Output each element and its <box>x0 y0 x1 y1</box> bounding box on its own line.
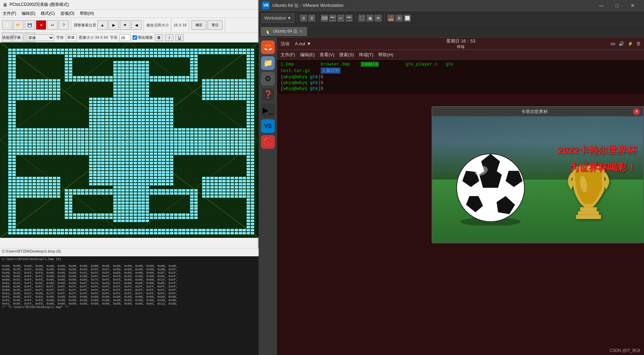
font-select-label: 请选择字体： <box>2 35 25 40</box>
menu-file[interactable]: 文件(F) <box>281 52 295 58</box>
font-select[interactable]: 宋体 <box>27 34 54 41</box>
menu-view[interactable]: 查看(V) <box>320 52 334 58</box>
revert-button[interactable]: ↩ <box>337 15 344 22</box>
pixel-canvas-area[interactable] <box>0 42 259 238</box>
file-list-line2: test.tar.gz 人脸识别 <box>281 68 641 74</box>
input-method-icon: cn <box>610 41 615 46</box>
prompt-line-3: [wbyq@wbyq gtk]$ <box>281 86 641 91</box>
app-title-label: 终端 <box>446 44 475 49</box>
vm-titlebar: VM Ubuntu 64 位 - VMware Workstation — □ … <box>259 0 644 11</box>
grid-size-label: 16 X 16 <box>174 23 187 27</box>
new-file-button[interactable]: 📄 <box>2 20 12 30</box>
pixel-left-button[interactable]: ◀ <box>131 20 141 30</box>
snapshot2-button[interactable]: 📸 <box>346 15 352 22</box>
minimize-button[interactable]: — <box>593 0 609 11</box>
activities-button[interactable]: 活动 <box>281 41 289 47</box>
ubuntu-tab-label: Ubuntu 64 位 <box>273 28 297 34</box>
pixel-adjust-section: 调整像素位置 ▲ ▶ ▼ ◀ <box>74 19 144 31</box>
char-height-label: 字高 <box>110 35 117 40</box>
menu-terminal[interactable]: 终端(T) <box>359 52 374 58</box>
lcd-title: PCtoLCD2002完美版-(图形模式) <box>10 2 69 8</box>
close-button[interactable]: ✕ <box>625 0 641 11</box>
vmware-logo: VM <box>262 2 270 9</box>
snapshot-button[interactable]: 📷 <box>329 15 336 22</box>
sidebar-icon-settings[interactable]: ⚙ <box>261 72 275 86</box>
display2-button[interactable]: ⬜ <box>404 15 411 22</box>
csdn-watermark: CSDN @IT_阿冰 <box>609 348 641 354</box>
worldcup-content: 2022卡特尔世界杯 为世界杯喝彩！ <box>432 117 643 243</box>
sidebar-icon-terminal[interactable]: ▶_ <box>261 103 275 117</box>
app-menu[interactable]: A.out ▼ <box>295 41 311 46</box>
menu-edit[interactable]: 编辑(E) <box>20 11 37 16</box>
menu-edit[interactable]: 编辑(E) <box>300 52 315 58</box>
menu-file[interactable]: 文件(F) <box>1 11 17 16</box>
app-menu-arrow: ▼ <box>307 41 311 46</box>
font-label: 字体 <box>56 35 64 40</box>
window-controls: — □ ✕ <box>593 0 641 11</box>
menu-help[interactable]: 帮助(H) <box>378 52 393 58</box>
reset-button[interactable]: 复位 <box>208 20 223 30</box>
pause2-button[interactable]: ⏸ <box>308 15 315 22</box>
worldcup-close-button[interactable]: ✕ <box>633 108 640 115</box>
unity-button[interactable]: ▣ <box>367 15 373 22</box>
terminal-output[interactable]: 1.bmp browser.bmp camera gtk_player.c gt… <box>277 60 644 94</box>
close-button[interactable]: ✕ <box>36 20 46 30</box>
save-file-button[interactable]: 💾 <box>25 20 35 30</box>
file-buttons: 📄 📂 💾 ✕ ↩ ? <box>2 19 71 31</box>
ubuntu-tab-close[interactable]: ✕ <box>299 29 302 34</box>
system-menu-icon[interactable]: ☰ <box>636 41 641 46</box>
view-button[interactable]: 👁 <box>375 15 382 22</box>
menu-options[interactable]: 选项(O) <box>59 11 76 16</box>
workstation-menu-button[interactable]: Workstation ▼ <box>261 13 294 23</box>
worldcup-popup-titlebar: 卡塔尔世界杯 ✕ <box>432 107 643 117</box>
dot-size-section: 修改点阵大小 <box>146 19 171 31</box>
sidebar-icon-vscode[interactable]: VS <box>261 119 275 133</box>
volume-icon[interactable]: 🔊 <box>619 41 624 46</box>
fullscreen-button[interactable]: ⛶ <box>358 15 365 22</box>
sidebar-icon-files[interactable]: 📁 <box>261 56 275 70</box>
send-ctrl-alt-del-button[interactable]: ⌨ <box>321 15 328 22</box>
system-tray: cn 🔊 ⚡ ☰ <box>610 41 641 46</box>
italic-button[interactable]: I <box>165 34 173 41</box>
char-height-input[interactable] <box>120 34 131 41</box>
confirm-button[interactable]: 确定 <box>191 20 207 30</box>
help-button[interactable]: ? <box>59 20 69 30</box>
status-bar: C:\Users\BT256\Desktop\1.bmp (0) <box>0 248 259 256</box>
undo-button[interactable]: ↩ <box>47 20 58 30</box>
proportional-scale-checkbox[interactable] <box>133 35 137 40</box>
pixel-grid-canvas[interactable] <box>0 42 259 238</box>
pixel-right-button[interactable]: ▶ <box>109 20 119 30</box>
sidebar-icon-stop[interactable]: 🚫 <box>261 135 275 149</box>
hex-content: C:\Users\BT256\Desktop\1.bmp (0) 0x00, 0… <box>2 258 257 309</box>
ubuntu-tabbar: 🐧 Ubuntu 64 位 ✕ <box>259 25 644 38</box>
worldcup-popup[interactable]: 卡塔尔世界杯 ✕ <box>432 106 644 243</box>
font-input[interactable] <box>66 34 77 41</box>
proportional-scale-label: 等比缩放 <box>133 35 153 40</box>
worldcup-title: 卡塔尔世界杯 <box>521 109 548 115</box>
menu-search[interactable]: 搜索(S) <box>339 52 354 58</box>
toolbar-separator-3 <box>355 14 356 22</box>
display-button[interactable]: 🖥 <box>396 15 402 22</box>
maximize-button[interactable]: □ <box>609 0 625 11</box>
toolbar-separator-1 <box>297 14 297 22</box>
pixel-up-button[interactable]: ▲ <box>97 20 108 30</box>
underline-button[interactable]: U <box>175 34 184 41</box>
menu-mode[interactable]: 模式(C) <box>39 11 56 16</box>
pause-button[interactable]: ⏸ <box>300 15 307 22</box>
vm-window-title: Ubuntu 64 位 - VMware Workstation <box>272 2 344 9</box>
sidebar-icon-question[interactable]: ❓ <box>261 88 275 101</box>
svg-rect-11 <box>578 211 599 215</box>
sidebar-icon-firefox[interactable]: 🦊 <box>261 40 275 54</box>
open-file-button[interactable]: 📂 <box>13 20 24 30</box>
pixel-down-button[interactable]: ▼ <box>120 20 130 30</box>
menu-help[interactable]: 帮助(H) <box>78 11 95 16</box>
lcd-menubar: 文件(F) 编辑(E) 模式(C) 选项(O) 帮助(H) <box>0 10 258 18</box>
ubuntu-tab[interactable]: 🐧 Ubuntu 64 位 ✕ <box>261 27 307 36</box>
file-path: C:\Users\BT256\Desktop\1.bmp (0) <box>2 249 61 253</box>
hex-data-area: C:\Users\BT256\Desktop\1.bmp (0) 0x00, 0… <box>0 256 259 355</box>
bold-button[interactable]: B <box>155 34 163 41</box>
worldcup-text1: 2022卡特尔世界杯 <box>558 144 636 157</box>
clock-display: 星期日 16：53 终端 <box>446 38 475 49</box>
send-button[interactable]: 📤 <box>387 15 394 22</box>
football-image <box>453 150 535 232</box>
